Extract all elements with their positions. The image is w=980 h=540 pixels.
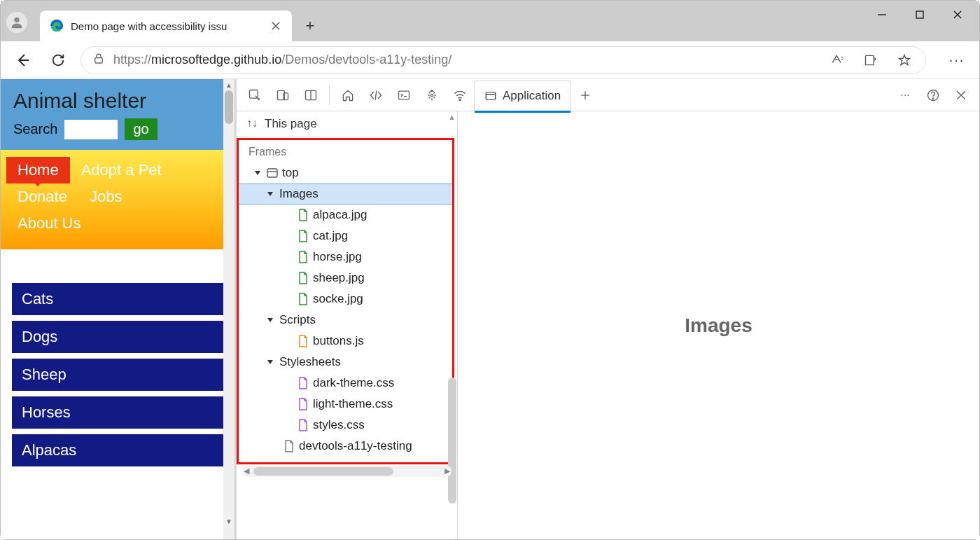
favorite-icon[interactable] <box>895 50 914 70</box>
frames-tree: top Images alpaca.jpg cat.jpg horse.jpg … <box>239 162 452 457</box>
svg-rect-5 <box>866 55 874 64</box>
url-path: /Demos/devtools-a11y-testing/ <box>281 53 451 67</box>
maximize-button[interactable] <box>901 1 939 29</box>
console-tab-icon[interactable] <box>390 81 418 109</box>
tree-script-item[interactable]: buttons.js <box>239 331 452 352</box>
page-scrollbar[interactable]: ▲ ▼ <box>223 79 234 539</box>
svg-point-13 <box>459 99 461 100</box>
tree-document-item[interactable]: devtools-a11y-testing <box>239 436 452 457</box>
svg-rect-4 <box>95 57 103 63</box>
elements-tab-icon[interactable] <box>362 81 390 109</box>
expand-icon[interactable] <box>255 171 260 175</box>
page-title: Animal shelter <box>13 89 222 113</box>
titlebar: Demo page with accessibility issu + <box>1 1 979 41</box>
tree-css-item[interactable]: light-theme.css <box>239 394 452 415</box>
file-icon <box>298 251 309 263</box>
file-icon <box>298 209 309 221</box>
address-bar[interactable]: https://microsoftedge.github.io/Demos/de… <box>80 46 926 74</box>
sort-icon: ↑↓ <box>246 117 258 130</box>
close-tab-button[interactable] <box>270 20 282 32</box>
sidebar-header[interactable]: ↑↓ This page ▲ <box>237 111 457 137</box>
file-icon <box>298 335 309 347</box>
edge-icon <box>50 19 64 33</box>
content-area: Animal shelter Search go Home Adopt a Pe… <box>1 79 979 539</box>
nav-adopt[interactable]: Adopt a Pet <box>70 157 173 184</box>
sidebar-scroll-up-icon[interactable]: ▲ <box>448 113 456 121</box>
close-devtools-icon[interactable] <box>947 81 975 109</box>
animal-alpacas[interactable]: Alpacas <box>12 434 223 466</box>
device-icon[interactable] <box>269 81 297 109</box>
network-tab-icon[interactable] <box>446 81 474 109</box>
nav-home[interactable]: Home <box>6 157 70 184</box>
tree-image-item[interactable]: horse.jpg <box>239 247 452 268</box>
sources-tab-icon[interactable] <box>418 81 446 109</box>
application-tab-label: Application <box>503 89 561 103</box>
devtools-panel: Application ··· ↑↓ This page ▲ Frames <box>235 79 979 539</box>
dock-icon[interactable] <box>297 81 325 109</box>
expand-icon[interactable] <box>267 360 273 364</box>
svg-rect-20 <box>267 169 277 177</box>
animal-dogs[interactable]: Dogs <box>12 321 223 353</box>
back-button[interactable] <box>10 48 36 73</box>
tree-scripts[interactable]: Scripts <box>239 310 452 331</box>
nav-donate[interactable]: Donate <box>6 184 78 210</box>
scroll-left-icon[interactable]: ◀ <box>244 466 249 476</box>
animal-sheep[interactable]: Sheep <box>12 359 223 391</box>
animal-list: Cats Dogs Sheep Horses Alpacas <box>1 249 234 466</box>
tree-image-item[interactable]: socke.jpg <box>239 289 452 310</box>
expand-icon[interactable] <box>267 192 273 196</box>
devtools-sidebar: ↑↓ This page ▲ Frames top <box>237 111 458 539</box>
scroll-up-icon[interactable]: ▲ <box>223 79 234 90</box>
more-tabs-button[interactable] <box>571 81 599 109</box>
tree-image-item[interactable]: sheep.jpg <box>239 268 452 289</box>
scroll-thumb[interactable] <box>225 90 233 124</box>
file-icon <box>298 272 309 284</box>
nav-jobs[interactable]: Jobs <box>78 184 133 210</box>
immersive-reader-icon[interactable] <box>861 50 881 70</box>
file-icon <box>284 440 295 452</box>
svg-rect-3 <box>916 11 923 18</box>
svg-point-12 <box>430 94 433 96</box>
tree-css-item[interactable]: dark-theme.css <box>239 373 452 394</box>
minimize-button[interactable] <box>863 1 901 29</box>
scroll-right-icon[interactable]: ▶ <box>444 466 450 476</box>
url-text: https://microsoftedge.github.io/Demos/de… <box>113 53 451 67</box>
inspect-icon[interactable] <box>241 81 269 109</box>
animal-horses[interactable]: Horses <box>12 396 223 429</box>
new-tab-button[interactable]: + <box>296 12 324 40</box>
tree-stylesheets[interactable]: Stylesheets <box>239 352 452 373</box>
nav-about[interactable]: About Us <box>6 210 92 237</box>
tree-top[interactable]: top <box>239 162 452 184</box>
browser-menu-button[interactable]: ··· <box>944 48 969 73</box>
file-icon <box>298 377 309 389</box>
tree-images[interactable]: Images <box>239 184 452 205</box>
refresh-button[interactable] <box>46 48 71 73</box>
read-aloud-icon[interactable] <box>827 50 847 70</box>
devtools-tabbar: Application ··· <box>237 79 979 111</box>
scroll-down-icon[interactable]: ▼ <box>223 515 234 527</box>
sidebar-header-label: This page <box>265 117 317 131</box>
tree-image-item[interactable]: cat.jpg <box>239 226 452 247</box>
profile-avatar[interactable] <box>6 12 27 33</box>
animal-cats[interactable]: Cats <box>12 283 223 315</box>
devtools-main: Images <box>458 111 979 539</box>
expand-icon[interactable] <box>267 318 273 322</box>
scroll-thumb[interactable] <box>253 467 393 476</box>
tab-title: Demo page with accessibility issu <box>71 20 262 32</box>
tree-css-item[interactable]: styles.css <box>239 415 452 436</box>
welcome-tab-icon[interactable] <box>334 81 362 109</box>
sidebar-hscrollbar[interactable]: ◀ ▶ <box>242 466 451 477</box>
hero: Animal shelter Search go <box>1 79 234 150</box>
search-button[interactable]: go <box>125 118 157 140</box>
frames-section-title: Frames <box>239 143 452 162</box>
main-heading: Images <box>685 314 752 337</box>
window-controls <box>863 1 976 29</box>
scroll-thumb[interactable] <box>448 378 456 504</box>
devtools-menu-icon[interactable]: ··· <box>891 81 919 109</box>
help-icon[interactable] <box>919 81 947 109</box>
browser-tab[interactable]: Demo page with accessibility issu <box>40 11 292 41</box>
application-tab[interactable]: Application <box>474 81 571 111</box>
window-close-button[interactable] <box>939 1 976 29</box>
search-input[interactable] <box>64 120 118 139</box>
tree-image-item[interactable]: alpaca.jpg <box>239 205 452 226</box>
